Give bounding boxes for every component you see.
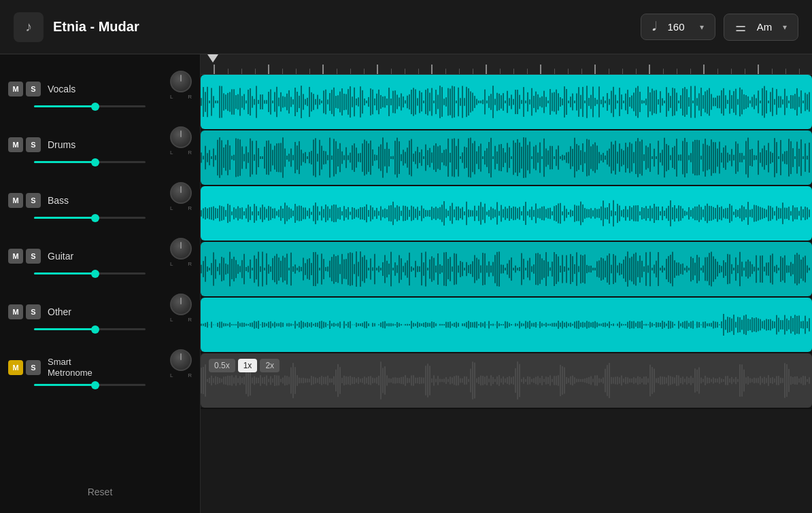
mute-button-other[interactable]: M [8, 304, 23, 319]
waveform-bg-bass[interactable] [201, 186, 812, 241]
pan-knob-guitar[interactable] [170, 238, 192, 260]
ruler-tick [711, 69, 724, 74]
waveform-bg-vocals[interactable]: /* generated in JS below */ [201, 75, 812, 129]
track-row-smart-metronome: M S SmartMetronome LR [0, 340, 200, 395]
app-header: ♪ Etnia - Mudar 𝅘𝅥 160 ▾ ⚌ Am ▾ [0, 0, 812, 54]
tempo-button[interactable]: 𝅘𝅥 160 ▾ [641, 14, 715, 40]
mute-button-drums[interactable]: M [8, 137, 23, 152]
waveform-bg-other[interactable] [201, 298, 812, 352]
solo-button-guitar[interactable]: S [26, 249, 41, 264]
pan-knob-bass[interactable] [170, 182, 192, 204]
ruler-tick [207, 65, 221, 74]
knob-area-other: LR [170, 294, 192, 323]
ruler-tick [602, 69, 615, 74]
ruler-tick [738, 69, 751, 74]
ruler-tick [643, 65, 656, 74]
knob-area-drums: LR [170, 126, 192, 156]
mute-button-smart-metronome[interactable]: M [8, 360, 23, 375]
mute-button-vocals[interactable]: M [8, 82, 23, 96]
slider-other[interactable] [34, 328, 146, 330]
ruler-tick [765, 69, 779, 74]
waveform-bg-smart-metronome[interactable]: 0.5x 1x 2x [201, 353, 812, 408]
track-label-guitar: Guitar [48, 251, 88, 262]
waveform-row-guitar [201, 242, 812, 298]
ruler-tick [235, 69, 248, 74]
waveform-row-bass [201, 186, 812, 242]
track-row-bass: M S Bass LR [0, 173, 200, 228]
ruler-tick [670, 69, 683, 74]
ruler-tick [588, 65, 602, 74]
speed-05x-button[interactable]: 0.5x [209, 359, 235, 372]
ruler-tick [724, 69, 738, 74]
ruler-tick [316, 65, 330, 74]
speed-1x-button[interactable]: 1x [238, 359, 258, 372]
slider-guitar[interactable] [34, 272, 146, 275]
slider-vocals[interactable] [34, 105, 146, 107]
ruler-tick [520, 69, 534, 74]
reset-button[interactable]: Reset [88, 487, 113, 497]
speed-buttons: 0.5x 1x 2x [209, 359, 280, 372]
ruler-tick [493, 69, 507, 74]
slider-smart-metronome[interactable] [34, 384, 146, 386]
slider-bass[interactable] [34, 217, 146, 219]
ruler-tick [303, 69, 316, 74]
ruler-tick [697, 65, 711, 74]
track-label-vocals: Vocals [48, 84, 88, 94]
ruler-tick [629, 69, 643, 74]
tempo-chevron: ▾ [700, 22, 704, 32]
song-title: Etnia - Mudar [53, 19, 139, 35]
track-label-drums: Drums [48, 139, 88, 150]
knob-area-guitar: LR [170, 238, 192, 267]
mute-button-bass[interactable]: M [8, 193, 23, 208]
mute-button-guitar[interactable]: M [8, 249, 23, 264]
ruler-tick [466, 69, 479, 74]
key-button[interactable]: ⚌ Am ▾ [724, 14, 798, 41]
speed-2x-button[interactable]: 2x [260, 359, 280, 372]
key-value: Am [757, 21, 773, 33]
track-area: /* generated in JS below */ [201, 54, 812, 513]
ruler-tick [425, 65, 439, 74]
sidebar: M S Vocals LR M S Drums [0, 54, 201, 513]
solo-button-bass[interactable]: S [26, 193, 41, 208]
ruler-tick [615, 69, 629, 74]
playhead [207, 54, 218, 63]
waveform-bg-guitar[interactable] [201, 242, 812, 296]
pan-knob-drums[interactable] [170, 126, 192, 148]
ruler-tick [357, 69, 371, 74]
ruler-tick [561, 69, 575, 74]
tempo-value: 160 [667, 21, 684, 33]
ruler-tick [343, 69, 357, 74]
waveform-row-other [201, 298, 812, 353]
waveform-bg-drums[interactable] [201, 130, 812, 185]
sidebar-bottom: Reset [0, 478, 200, 506]
ruler-tick [779, 69, 792, 74]
solo-button-drums[interactable]: S [26, 137, 41, 152]
header-left: ♪ Etnia - Mudar [14, 12, 139, 42]
ruler-tick [575, 69, 588, 74]
track-row-other: M S Other LR [0, 284, 200, 340]
solo-button-other[interactable]: S [26, 304, 41, 319]
slider-drums[interactable] [34, 161, 146, 163]
header-right: 𝅘𝅥 160 ▾ ⚌ Am ▾ [641, 14, 798, 41]
waveform-tracks: /* generated in JS below */ [201, 75, 812, 513]
ruler-tick [683, 69, 697, 74]
ruler-tick [452, 69, 466, 74]
solo-button-vocals[interactable]: S [26, 82, 41, 96]
knob-area-smart-metronome: LR [170, 349, 192, 378]
pan-knob-smart-metronome[interactable] [170, 349, 192, 371]
ruler-tick [439, 69, 452, 74]
solo-button-smart-metronome[interactable]: S [26, 360, 41, 375]
ruler-tick [221, 69, 235, 74]
track-row-vocals: M S Vocals LR [0, 61, 200, 117]
track-row-drums: M S Drums LR [0, 117, 200, 173]
ruler-tick [384, 69, 398, 74]
pan-knob-other[interactable] [170, 294, 192, 315]
key-chevron: ▾ [783, 22, 787, 32]
ruler-tick [275, 69, 289, 74]
ruler-tick [534, 65, 547, 74]
ruler-tick [656, 69, 670, 74]
track-label-bass: Bass [48, 195, 88, 206]
key-icon: ⚌ [735, 20, 746, 35]
track-row-guitar: M S Guitar LR [0, 228, 200, 284]
pan-knob-vocals[interactable] [170, 71, 192, 92]
